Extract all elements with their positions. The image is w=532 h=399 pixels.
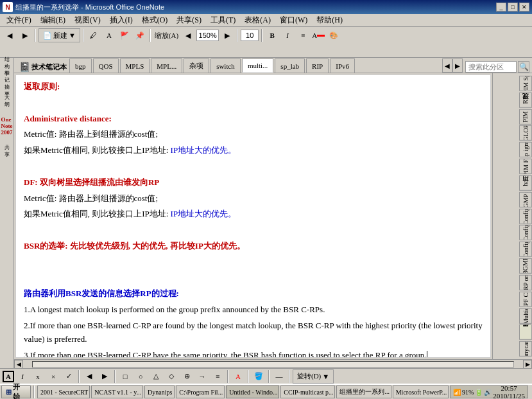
- section-pim-decode[interactable]: PIM解: [519, 109, 532, 125]
- highlight-button[interactable]: A: [102, 28, 116, 42]
- list-button[interactable]: ≡: [296, 28, 310, 42]
- section-trick-ha[interactable]: 巧用ha: [519, 175, 532, 191]
- window-controls[interactable]: _ □ ✕: [496, 3, 529, 12]
- bottom-color-red[interactable]: A: [231, 369, 245, 384]
- menu-window[interactable]: 窗口(W): [276, 14, 311, 26]
- scroll-left-btn[interactable]: ◀: [14, 360, 23, 369]
- zoom-in-button[interactable]: ▶: [220, 28, 234, 42]
- horizontal-scrollbar[interactable]: ◀ ▶: [14, 359, 532, 368]
- tab-qos[interactable]: QOS: [93, 58, 119, 73]
- menu-file[interactable]: 文件(F): [3, 14, 35, 26]
- bottom-arrow-left[interactable]: ◀: [82, 369, 96, 384]
- scroll-track[interactable]: [32, 361, 514, 368]
- taskbar-program[interactable]: C:\Program Fil...: [176, 386, 225, 398]
- section-bgmp[interactable]: BGMP基: [519, 258, 532, 274]
- close-button[interactable]: ✕: [519, 3, 529, 12]
- tab-misc[interactable]: 杂项: [184, 58, 209, 73]
- section-anycan[interactable]: anycan: [519, 341, 532, 357]
- forward-button[interactable]: ▶: [18, 28, 32, 42]
- taskbar-zubo[interactable]: 组播里的一系列...: [336, 386, 391, 398]
- rotate-dropdown[interactable]: ▼: [322, 373, 329, 380]
- bottom-plus-circle[interactable]: ⊕: [180, 369, 194, 384]
- section-glop[interactable]: GLOP: [519, 125, 532, 141]
- section-config-3[interactable]: Config: [519, 242, 532, 257]
- note-content[interactable]: 返取原则: Administrative distance: Metric值: …: [15, 75, 491, 358]
- tab-multi[interactable]: multi...: [242, 58, 273, 73]
- maximize-button[interactable]: □: [508, 3, 518, 12]
- search-button[interactable]: 🔍: [518, 61, 529, 73]
- bottom-triangle[interactable]: △: [149, 369, 163, 384]
- font-size-input[interactable]: 10: [241, 30, 259, 41]
- tab-mpls[interactable]: MPLS: [120, 58, 150, 73]
- tab-splab[interactable]: sp_lab: [275, 58, 305, 73]
- taskbar-ncast[interactable]: NCAST v1.1 - y...: [91, 386, 143, 398]
- start-button[interactable]: ⊞ 开始: [1, 386, 31, 398]
- taskbar-dynanips[interactable]: Dynanips: [144, 386, 175, 398]
- bottom-line-btn[interactable]: —: [272, 369, 286, 384]
- bottom-select[interactable]: □: [118, 369, 132, 384]
- bottom-circle[interactable]: ○: [133, 369, 148, 384]
- section-config-1[interactable]: Config: [519, 209, 532, 224]
- menu-share[interactable]: 共享(S): [173, 14, 205, 26]
- bottom-paint-bucket[interactable]: 🪣: [252, 369, 266, 384]
- bottom-diamond[interactable]: ◇: [164, 369, 178, 384]
- menu-format[interactable]: 格式(O): [138, 14, 172, 26]
- new-button[interactable]: 📄 新建 ▼: [39, 28, 80, 42]
- more-colors-button[interactable]: 🎨: [327, 28, 341, 42]
- bottom-arrow[interactable]: →: [195, 369, 209, 384]
- search-input[interactable]: [465, 61, 517, 73]
- separator-3: [150, 29, 151, 42]
- font-color-button[interactable]: A: [311, 28, 325, 42]
- menu-tools[interactable]: 工具(T): [207, 14, 239, 26]
- bold-button[interactable]: B: [265, 28, 279, 42]
- tab-bgp[interactable]: bgp: [69, 58, 92, 73]
- menu-insert[interactable]: 插入(I): [106, 14, 137, 26]
- bottom-check-btn[interactable]: ✓: [62, 369, 76, 384]
- back-button[interactable]: ◀: [3, 28, 17, 42]
- section-rpf-cr[interactable]: RPF CR: [519, 292, 532, 307]
- tab-ipv6[interactable]: IPv6: [330, 58, 355, 73]
- new-dropdown-arrow[interactable]: ▼: [69, 31, 76, 39]
- bottom-arrow-right[interactable]: ▶: [98, 369, 112, 384]
- pen-tool-button[interactable]: 🖊: [87, 28, 101, 42]
- taskbar-securecrt[interactable]: 2001 - SecureCRT: [37, 386, 90, 398]
- tab-mpl[interactable]: MPL...: [151, 58, 182, 73]
- section-rp-on[interactable]: RP on: [519, 275, 532, 290]
- tab-scroll-right[interactable]: ▶: [452, 58, 463, 73]
- tab-switch[interactable]: switch: [210, 58, 241, 73]
- section-find-rp[interactable]: 发现RP: [519, 93, 532, 108]
- section-multic[interactable]: Multic: [519, 308, 532, 324]
- bottom-font-btn[interactable]: A: [3, 371, 14, 382]
- separator-1: [35, 29, 36, 42]
- bottom-x-btn[interactable]: x: [31, 369, 45, 384]
- menu-view[interactable]: 视图(V): [71, 14, 105, 26]
- bottom-lines[interactable]: ≡: [210, 369, 225, 384]
- scroll-right-btn[interactable]: ▶: [523, 360, 532, 369]
- bottom-delete-btn[interactable]: ×: [46, 369, 60, 384]
- section-igmp-s[interactable]: IGMP s: [519, 192, 532, 208]
- section-ip-igm[interactable]: ip igm: [519, 142, 532, 157]
- section-broadcast[interactable]: 组播里: [519, 324, 532, 340]
- sidebar-icon-4[interactable]: 共享: [1, 145, 13, 157]
- sidebar-icon-3[interactable]: 大纲: [1, 95, 13, 107]
- zoom-out-button[interactable]: ◀: [181, 28, 195, 42]
- italic-button[interactable]: I: [280, 28, 295, 42]
- tab-rip[interactable]: RIP: [306, 58, 329, 73]
- flag-button[interactable]: 🚩: [117, 28, 132, 42]
- menu-help[interactable]: 帮助(H): [313, 14, 347, 26]
- taskbar-ccip[interactable]: CCIP-multicast p...: [280, 386, 335, 398]
- rotate-button[interactable]: 旋转(D) ▼: [293, 369, 334, 384]
- taskbar-ppt[interactable]: Microsoft PowerP...: [393, 386, 449, 398]
- bottom-i-btn[interactable]: I: [15, 369, 30, 384]
- section-pim-sp[interactable]: PIM Sp: [519, 76, 532, 91]
- tag-button[interactable]: 📌: [133, 28, 147, 42]
- menu-table[interactable]: 表格(A): [241, 14, 275, 26]
- taskbar-untitled[interactable]: Untitled - Windo...: [226, 386, 279, 398]
- zoom-input[interactable]: 150%: [196, 30, 219, 41]
- section-pim-fa[interactable]: PIM Fa: [519, 159, 532, 174]
- menu-edit[interactable]: 编辑(E): [37, 14, 69, 26]
- sidebar-icon-2[interactable]: 标记摘要: [1, 78, 13, 89]
- section-config-2[interactable]: Config: [519, 225, 532, 240]
- minimize-button[interactable]: _: [496, 3, 506, 12]
- tab-scroll-left[interactable]: ◀: [442, 58, 452, 73]
